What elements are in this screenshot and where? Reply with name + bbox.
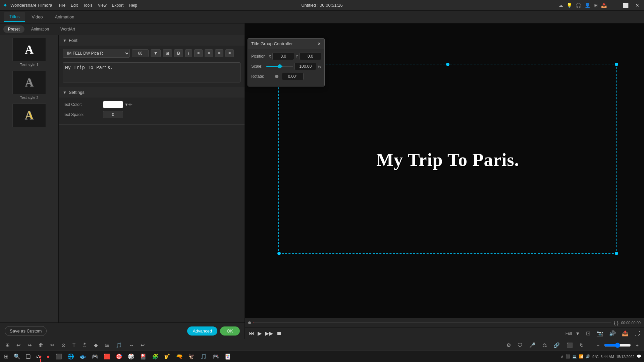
settings-section-header[interactable]: ▼ Settings [59, 87, 245, 98]
tab-titles[interactable]: Titles [4, 12, 25, 22]
toolbar-motion-icon[interactable]: ↩ [139, 341, 147, 349]
export-icon[interactable]: 📤 [622, 330, 629, 337]
font-section-header[interactable]: ▼ Font [59, 35, 245, 46]
stab-wordart[interactable]: WordArt [56, 25, 80, 33]
font-layout-icon[interactable]: ⊞ [163, 49, 172, 57]
previous-frame-button[interactable]: ⏮ [249, 330, 254, 337]
italic-button[interactable]: I [185, 49, 192, 57]
close-button[interactable]: ✕ [633, 2, 641, 9]
taskbar-icon-2[interactable]: 🟥 [102, 353, 112, 360]
font-size-dropdown[interactable]: ▼ [151, 49, 161, 57]
toolbar-undo-icon[interactable]: ↩ [14, 341, 23, 349]
start-button[interactable]: ⊞ [3, 353, 10, 360]
toolbar-redo-icon[interactable]: ↪ [25, 341, 34, 349]
text-color-picker[interactable] [103, 101, 123, 108]
maximize-button[interactable]: ⬜ [621, 2, 631, 9]
list-item[interactable]: A Text style 2 [3, 71, 56, 100]
settings-icon[interactable]: ⚙ [504, 341, 513, 349]
handle-bottom-left[interactable] [277, 252, 281, 255]
in-bracket-icon[interactable]: { [614, 320, 616, 325]
toolbar-clock-icon[interactable]: ⏱ [80, 341, 89, 349]
color-dropdown-button[interactable]: ▼ [124, 102, 128, 107]
fullscreen-icon[interactable]: ⛶ [635, 330, 640, 337]
taskbar-icon-4[interactable]: 🎲 [126, 353, 136, 360]
headset-icon[interactable]: 🎧 [576, 3, 581, 8]
align-right-button[interactable]: ≡ [215, 49, 223, 57]
bulb-icon[interactable]: 💡 [567, 3, 572, 8]
align-justify-button[interactable]: ≡ [225, 49, 234, 57]
mic-icon[interactable]: 🎤 [527, 341, 538, 349]
box-icon[interactable]: ⬛ [565, 341, 575, 349]
audio-icon[interactable]: 🔊 [609, 330, 616, 337]
balance-icon[interactable]: ⚖ [540, 341, 549, 349]
taskbar-icon-7[interactable]: 🎷 [163, 353, 172, 360]
stop-button[interactable]: ⏹ [276, 330, 282, 337]
quality-dropdown-icon[interactable]: ▼ [575, 331, 580, 336]
tray-icon-3[interactable]: 📶 [579, 354, 584, 359]
tray-icon-2[interactable]: 💻 [572, 354, 577, 359]
refresh-icon[interactable]: ↻ [578, 341, 586, 349]
ok-button[interactable]: OK [220, 326, 240, 336]
apps-icon[interactable]: ⊞ [594, 3, 598, 8]
taskbar-icon-5[interactable]: 🎴 [139, 353, 148, 360]
forward-button[interactable]: ▶▶ [265, 330, 273, 337]
speaker-icon[interactable]: 🔊 [586, 354, 590, 359]
taskbar-icon-3[interactable]: 🎯 [114, 353, 124, 360]
taskbar-chrome-icon[interactable]: ● [45, 353, 51, 360]
menu-view[interactable]: View [98, 3, 107, 8]
search-button[interactable]: 🔍 [12, 353, 22, 360]
taskbar-icon-11[interactable]: 🎮 [211, 353, 220, 360]
toolbar-copy-icon[interactable]: ⊘ [59, 341, 68, 349]
stab-animation[interactable]: Animation [26, 25, 54, 33]
toolbar-grid-icon[interactable]: ⊞ [3, 341, 12, 349]
position-y-input[interactable] [300, 53, 321, 60]
handle-top-center[interactable] [446, 63, 449, 66]
menu-edit[interactable]: Edit [71, 3, 78, 8]
menu-file[interactable]: File [59, 3, 65, 8]
tray-icon-1[interactable]: ⬛ [566, 354, 570, 359]
advanced-button[interactable]: Advanced [187, 326, 217, 336]
align-left-button[interactable]: ≡ [194, 49, 203, 57]
taskbar-icon-8[interactable]: 🔫 [175, 353, 184, 360]
notification-icon[interactable]: 💬 [637, 354, 641, 359]
save-as-custom-button[interactable]: Save as Custom [5, 326, 47, 336]
taskbar-nvidia-icon[interactable]: ⬛ [54, 353, 63, 360]
taskbar-fish-icon[interactable]: 🐟 [78, 353, 88, 360]
handle-top-right[interactable] [615, 63, 618, 66]
list-item[interactable]: A Text style 1 [3, 38, 56, 67]
toolbar-adjust-icon[interactable]: ⚖ [103, 341, 111, 349]
menu-tools[interactable]: Tools [83, 3, 93, 8]
shield-icon[interactable]: 🛡 [516, 341, 525, 349]
menu-export[interactable]: Export [112, 3, 124, 8]
tab-video[interactable]: Video [26, 12, 48, 21]
taskbar-chrome2-icon[interactable]: 🌐 [66, 353, 75, 360]
scale-input[interactable] [294, 63, 316, 70]
toolbar-cut-icon[interactable]: ✂ [48, 341, 57, 349]
toolbar-delete-icon[interactable]: 🗑 [37, 341, 46, 349]
link-icon[interactable]: 🔗 [551, 341, 562, 349]
handle-bottom-right[interactable] [615, 252, 618, 255]
snapshot-icon[interactable]: 📷 [596, 330, 603, 337]
taskbar-icon-1[interactable]: 🎮 [90, 353, 100, 360]
taskbar-icon-9[interactable]: 🦅 [187, 353, 196, 360]
toolbar-audio-icon[interactable]: 🎵 [114, 341, 124, 349]
font-size-input[interactable] [132, 49, 149, 57]
rotate-input[interactable] [282, 73, 304, 80]
zoom-out-icon[interactable]: − [594, 341, 601, 349]
toolbar-color-icon[interactable]: ◆ [92, 341, 100, 349]
position-x-input[interactable] [272, 53, 294, 60]
download-icon[interactable]: 📥 [601, 3, 607, 8]
list-item[interactable]: A [3, 104, 56, 127]
taskbar-icon-10[interactable]: 🎵 [199, 353, 208, 360]
eyedropper-icon[interactable]: ✏ [128, 102, 132, 107]
show-hidden-icons[interactable]: ∧ [561, 354, 564, 359]
scale-slider[interactable] [266, 66, 293, 67]
timeline-scrubber[interactable] [254, 322, 611, 323]
selection-box[interactable]: My Trip To Paris. [278, 64, 617, 254]
taskview-button[interactable]: ❑ [24, 353, 32, 360]
font-family-select[interactable]: IM FELL DW Pica R [63, 49, 130, 58]
stab-preset[interactable]: Preset [3, 25, 24, 33]
account-icon[interactable]: 👤 [585, 3, 590, 8]
menu-help[interactable]: Help [129, 3, 137, 8]
timeline-playhead[interactable] [40, 359, 41, 362]
